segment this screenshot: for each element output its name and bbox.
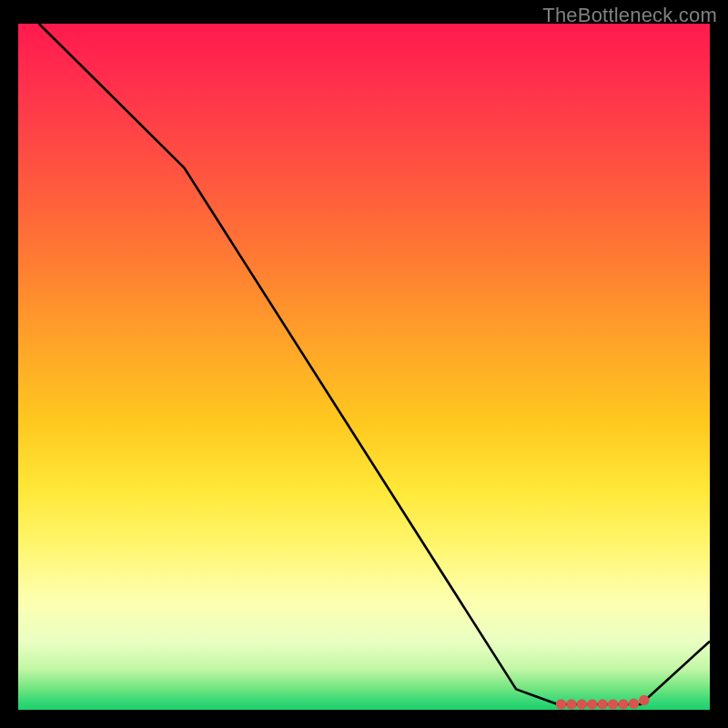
- watermark-text: TheBottleneck.com: [542, 4, 717, 27]
- marker-dot: [566, 699, 576, 709]
- marker-dot: [577, 699, 587, 709]
- marker-dot: [598, 699, 608, 709]
- marker-dot: [629, 699, 639, 709]
- marker-dot: [587, 699, 597, 709]
- plot-area: [18, 24, 710, 710]
- series-line-group: [39, 24, 710, 704]
- plot-svg: [18, 24, 710, 710]
- marker-dot: [556, 699, 566, 709]
- marker-dot: [608, 699, 618, 709]
- minimum-band-markers: [556, 695, 650, 710]
- chart-root: TheBottleneck.com: [0, 0, 728, 728]
- plot-frame: [18, 24, 710, 710]
- marker-dot: [618, 699, 628, 709]
- bottleneck-curve: [39, 24, 710, 704]
- marker-dot: [639, 695, 649, 705]
